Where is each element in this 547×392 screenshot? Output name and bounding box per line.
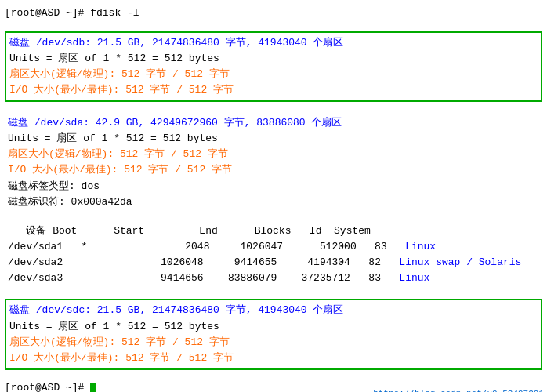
- final-prompt: [root@ASD ~]#: [5, 382, 90, 392]
- disk-sdb-sector: 扇区大小(逻辑/物理): 512 字节 / 512 字节: [9, 67, 538, 82]
- bottom-link: https://blog.csdn.net/u0_53497201: [373, 389, 544, 392]
- disk-sdc-sector: 扇区大小(逻辑/物理): 512 字节 / 512 字节: [9, 335, 538, 350]
- cursor-block: [90, 383, 96, 392]
- disk-sdc-units: Units = 扇区 of 1 * 512 = 512 bytes: [9, 319, 538, 335]
- prompt-user: [root@ASD ~]#: [5, 7, 90, 19]
- table-header: 设备 Boot Start End Blocks Id System: [8, 223, 539, 239]
- table-row: /dev/sda2 1026048 9414655 4194304 82 Lin…: [8, 255, 539, 270]
- table-row: /dev/sda3 9414656 83886079 37235712 83 L…: [8, 270, 539, 286]
- table-row: /dev/sda1 * 2048 1026047 512000 83 Linux: [8, 239, 539, 255]
- disk-sdb-io: I/O 大小(最小/最佳): 512 字节 / 512 字节: [9, 82, 538, 98]
- disk-sda-identifier: 磁盘标识符: 0x000a42da: [8, 194, 539, 210]
- command-line: [root@ASD ~]# fdisk -l: [3, 5, 544, 22]
- terminal-window: [root@ASD ~]# fdisk -l 磁盘 /dev/sdb: 21.5…: [0, 0, 547, 392]
- disk-sda-io: I/O 大小(最小/最佳): 512 字节 / 512 字节: [8, 162, 539, 178]
- disk-sda-label: 磁盘标签类型: dos: [8, 179, 539, 194]
- disk-sdb-block: 磁盘 /dev/sdb: 21.5 GB, 21474836480 字节, 41…: [5, 31, 542, 103]
- disk-sda-units: Units = 扇区 of 1 * 512 = 512 bytes: [8, 131, 539, 147]
- disk-sdb-units: Units = 扇区 of 1 * 512 = 512 bytes: [9, 51, 538, 67]
- disk-sda-sector: 扇区大小(逻辑/物理): 512 字节 / 512 字节: [8, 147, 539, 162]
- disk-sdc-title: 磁盘 /dev/sdc: 21.5 GB, 21474836480 字节, 41…: [9, 303, 538, 318]
- disk-sdc-io: I/O 大小(最小/最佳): 512 字节 / 512 字节: [9, 350, 538, 366]
- disk-sdb-title: 磁盘 /dev/sdb: 21.5 GB, 21474836480 字节, 41…: [9, 35, 538, 51]
- disk-sdc-block: 磁盘 /dev/sdc: 21.5 GB, 21474836480 字节, 41…: [5, 299, 542, 370]
- command-text: fdisk -l: [90, 7, 139, 19]
- disk-sda-info: 磁盘 /dev/sda: 42.9 GB, 42949672960 字节, 83…: [5, 113, 542, 212]
- partition-table: 设备 Boot Start End Blocks Id System /dev/…: [5, 222, 542, 289]
- disk-sda-title: 磁盘 /dev/sda: 42.9 GB, 42949672960 字节, 83…: [8, 115, 539, 131]
